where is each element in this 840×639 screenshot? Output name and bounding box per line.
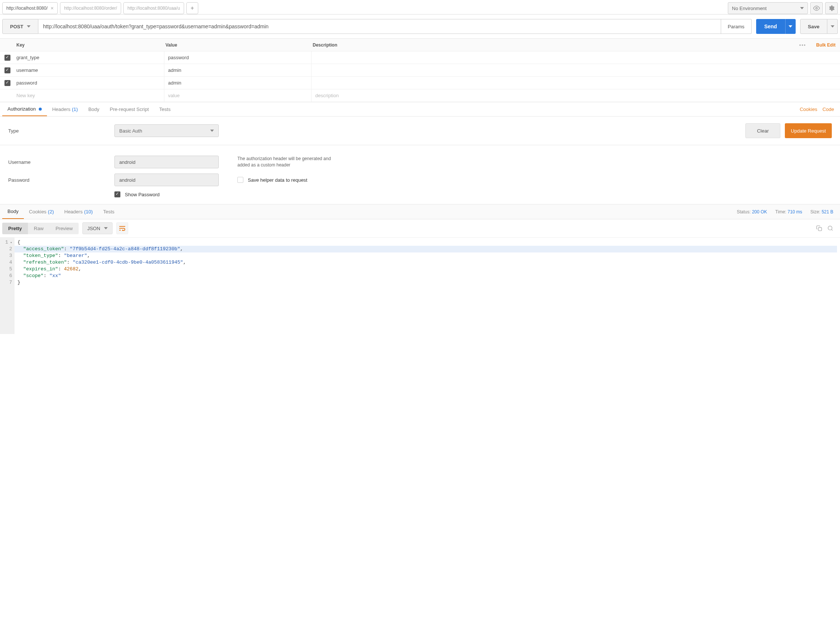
tab-label: Tests xyxy=(103,209,115,215)
param-key-input[interactable] xyxy=(15,89,164,102)
request-tab-2[interactable]: http://localhost:8080/uaa/u xyxy=(123,2,184,14)
save-helper-checkbox[interactable] xyxy=(237,177,243,183)
params-more-button[interactable]: ••• xyxy=(795,43,810,48)
param-key-input[interactable] xyxy=(15,77,164,89)
param-enabled-checkbox[interactable] xyxy=(5,80,10,86)
method-select[interactable]: POST xyxy=(2,19,38,34)
show-password-checkbox[interactable] xyxy=(115,191,120,197)
wrap-icon xyxy=(119,226,126,231)
tab-body[interactable]: Body xyxy=(83,102,105,116)
param-enabled-checkbox[interactable] xyxy=(5,67,10,73)
param-value-input[interactable] xyxy=(164,77,311,89)
param-desc-input[interactable] xyxy=(311,51,840,64)
col-header-desc: Description xyxy=(311,43,795,48)
chevron-down-icon xyxy=(831,25,834,27)
view-preview-button[interactable]: Preview xyxy=(49,223,79,234)
format-select[interactable]: JSON xyxy=(82,222,113,234)
chevron-down-icon xyxy=(800,7,804,9)
tab-headers[interactable]: Headers (1) xyxy=(47,102,83,116)
copy-button[interactable] xyxy=(815,224,823,232)
copy-icon xyxy=(816,225,822,231)
environment-select[interactable]: No Environment xyxy=(728,2,808,14)
request-tabs-bar: http://localhost:8080/ × http://localhos… xyxy=(2,2,725,14)
save-options-button[interactable] xyxy=(827,19,838,34)
gear-icon xyxy=(828,5,835,11)
tab-count: (1) xyxy=(72,106,78,112)
status-value: 200 OK xyxy=(752,209,767,215)
tab-authorization[interactable]: Authorization xyxy=(2,102,47,116)
send-options-button[interactable] xyxy=(785,19,795,34)
url-input[interactable] xyxy=(38,19,721,34)
tab-label: Body xyxy=(88,106,99,112)
param-value-input[interactable] xyxy=(164,51,311,64)
resp-tab-cookies[interactable]: Cookies (2) xyxy=(24,204,59,219)
clear-button[interactable]: Clear xyxy=(745,123,780,138)
param-enabled-checkbox[interactable] xyxy=(5,55,10,61)
code-link[interactable]: Code xyxy=(822,106,834,112)
chevron-down-icon xyxy=(27,25,30,27)
cookies-link[interactable]: Cookies xyxy=(800,106,817,112)
response-body-viewer[interactable]: 1234567 { "access_token": "7f9b54d4-fd25… xyxy=(0,237,840,334)
resp-tab-tests[interactable]: Tests xyxy=(98,204,120,219)
svg-point-0 xyxy=(816,8,818,9)
param-row xyxy=(0,77,840,89)
request-tab-label: http://localhost:8080/order/ xyxy=(64,6,117,11)
params-button[interactable]: Params xyxy=(721,19,752,34)
svg-rect-1 xyxy=(818,227,822,231)
line-gutter: 1234567 xyxy=(0,238,14,334)
send-button[interactable]: Send xyxy=(756,19,785,34)
close-icon[interactable]: × xyxy=(51,5,54,11)
resp-tab-body[interactable]: Body xyxy=(2,204,24,219)
show-password-label: Show Password xyxy=(125,192,159,197)
param-row xyxy=(0,64,840,77)
param-desc-input[interactable] xyxy=(311,77,840,89)
tab-label: Headers xyxy=(64,209,83,215)
param-desc-input[interactable] xyxy=(311,64,840,76)
request-section-tabs: Authorization Headers (1) Body Pre-reque… xyxy=(0,102,840,116)
param-key-input[interactable] xyxy=(15,64,164,76)
request-builder-row: POST Params Send Save xyxy=(0,14,840,39)
tab-label: Headers xyxy=(52,106,70,112)
response-toolbar: Pretty Raw Preview JSON xyxy=(0,219,840,237)
wrap-lines-button[interactable] xyxy=(116,222,128,234)
request-tab-0[interactable]: http://localhost:8080/ × xyxy=(2,2,58,14)
method-label: POST xyxy=(10,24,23,29)
auth-type-label: Type xyxy=(8,128,115,134)
auth-help-text: The authorization header will be generat… xyxy=(237,156,334,168)
username-input[interactable] xyxy=(115,156,219,168)
param-row-new xyxy=(0,89,840,102)
param-desc-input[interactable] xyxy=(311,89,840,102)
svg-point-2 xyxy=(828,226,832,230)
request-tab-label: http://localhost:8080/ xyxy=(6,6,48,11)
size-label: Size: xyxy=(811,209,821,215)
view-pretty-button[interactable]: Pretty xyxy=(2,223,28,234)
resp-tab-headers[interactable]: Headers (10) xyxy=(59,204,98,219)
environment-group: No Environment xyxy=(728,2,838,14)
size-value: 521 B xyxy=(822,209,833,215)
environment-preview-button[interactable] xyxy=(810,2,823,14)
bulk-edit-link[interactable]: Bulk Edit xyxy=(816,43,835,48)
tab-tests[interactable]: Tests xyxy=(154,102,175,116)
search-button[interactable] xyxy=(827,224,834,232)
tab-label: Body xyxy=(8,208,19,214)
response-meta: Status: 200 OK Time: 710 ms Size: 521 B xyxy=(737,209,838,215)
param-key-input[interactable] xyxy=(15,51,164,64)
environment-selected: No Environment xyxy=(732,6,767,11)
tab-count: (10) xyxy=(84,209,93,215)
request-tab-1[interactable]: http://localhost:8080/order/ xyxy=(60,2,121,14)
view-raw-button[interactable]: Raw xyxy=(28,223,49,234)
auth-type-select[interactable]: Basic Auth xyxy=(115,124,219,137)
tab-count: (2) xyxy=(48,209,54,215)
tab-label: Authorization xyxy=(8,106,36,112)
add-tab-button[interactable]: + xyxy=(186,2,198,14)
tab-prerequest[interactable]: Pre-request Script xyxy=(105,102,154,116)
view-mode-group: Pretty Raw Preview xyxy=(2,223,79,234)
param-value-input[interactable] xyxy=(164,64,311,76)
settings-button[interactable] xyxy=(825,2,838,14)
eye-icon xyxy=(813,5,820,11)
password-input[interactable] xyxy=(115,173,219,186)
save-helper-label: Save helper data to request xyxy=(248,177,308,183)
update-request-button[interactable]: Update Request xyxy=(785,123,832,138)
save-button[interactable]: Save xyxy=(800,19,827,34)
param-value-input[interactable] xyxy=(164,89,311,102)
